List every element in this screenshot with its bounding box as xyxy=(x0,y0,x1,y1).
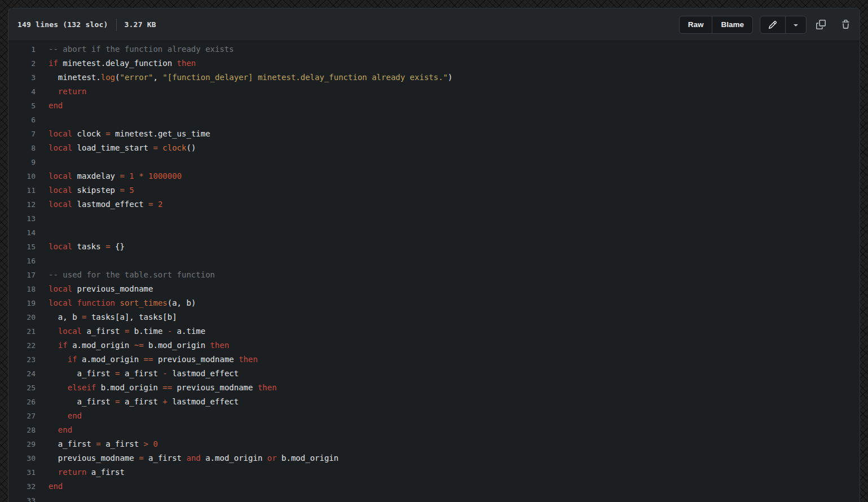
copy-icon xyxy=(816,20,826,29)
line-number[interactable]: 4 xyxy=(8,85,36,99)
code-text: a_first = a_first + lastmod_effect xyxy=(36,395,239,409)
edit-button[interactable] xyxy=(760,16,785,33)
line-number[interactable]: 15 xyxy=(8,240,36,254)
line-number[interactable]: 28 xyxy=(8,423,36,437)
line-number[interactable]: 5 xyxy=(8,99,36,113)
code-line: 1-- abort if the function already exists xyxy=(8,42,860,56)
line-number[interactable]: 20 xyxy=(8,310,36,324)
code-line: 26 a_first = a_first + lastmod_effect xyxy=(8,395,860,409)
code-line: 15local tasks = {} xyxy=(8,240,860,254)
copy-file-button[interactable] xyxy=(813,16,828,33)
line-number[interactable]: 33 xyxy=(8,494,36,502)
code-line: 29 a_first = a_first > 0 xyxy=(8,437,860,451)
line-number[interactable]: 19 xyxy=(8,296,36,310)
code-text: elseif b.mod_origin == previous_modname … xyxy=(36,381,277,395)
file-meta: 149 lines (132 sloc) 3.27 KB xyxy=(17,19,156,31)
line-number[interactable]: 9 xyxy=(8,155,36,169)
code-text: -- abort if the function already exists xyxy=(36,42,234,56)
code-text xyxy=(36,155,49,169)
code-text xyxy=(36,226,49,240)
pencil-icon xyxy=(768,20,777,29)
line-number[interactable]: 17 xyxy=(8,268,36,282)
line-number[interactable]: 23 xyxy=(8,353,36,367)
file-header: 149 lines (132 sloc) 3.27 KB Raw Blame xyxy=(8,8,860,41)
code-text: return a_first xyxy=(36,465,125,479)
line-number[interactable]: 18 xyxy=(8,282,36,296)
code-text: end xyxy=(36,479,63,494)
file-actions: Raw Blame xyxy=(679,16,853,34)
code-line: 9 xyxy=(8,155,860,169)
code-text: return xyxy=(36,85,86,99)
line-number[interactable]: 7 xyxy=(8,127,36,141)
edit-dropdown-button[interactable] xyxy=(785,16,806,33)
code-line: 6 xyxy=(8,113,860,127)
code-text: a_first = a_first > 0 xyxy=(36,437,158,451)
blame-button[interactable]: Blame xyxy=(712,16,752,33)
code-text: end xyxy=(36,409,82,423)
code-text: local previous_modname xyxy=(36,282,153,296)
line-number[interactable]: 13 xyxy=(8,212,36,226)
line-number[interactable]: 16 xyxy=(8,254,36,268)
code-line: 11local skipstep = 5 xyxy=(8,183,860,197)
file-view-panel: 149 lines (132 sloc) 3.27 KB Raw Blame xyxy=(8,8,860,502)
code-text: local lastmod_effect = 2 xyxy=(36,197,162,212)
line-number[interactable]: 31 xyxy=(8,465,36,479)
code-line: 13 xyxy=(8,212,860,226)
code-text xyxy=(36,254,49,268)
code-text: if a.mod_origin == previous_modname then xyxy=(36,353,258,367)
code-text: a, b = tasks[a], tasks[b] xyxy=(36,310,177,324)
code-line: 31 return a_first xyxy=(8,465,860,479)
raw-button[interactable]: Raw xyxy=(680,16,712,33)
line-number[interactable]: 1 xyxy=(8,42,36,56)
code-text: if minetest.delay_function then xyxy=(36,56,196,71)
line-number[interactable]: 30 xyxy=(8,451,36,465)
code-line: 32end xyxy=(8,479,860,494)
code-line: 8local load_time_start = clock() xyxy=(8,141,860,155)
line-number[interactable]: 22 xyxy=(8,338,36,353)
code-text: previous_modname = a_first and a.mod_ori… xyxy=(36,451,338,465)
code-line: 5end xyxy=(8,99,860,113)
line-number[interactable]: 29 xyxy=(8,437,36,451)
line-number[interactable]: 6 xyxy=(8,113,36,127)
code-line: 23 if a.mod_origin == previous_modname t… xyxy=(8,353,860,367)
line-number[interactable]: 24 xyxy=(8,367,36,381)
line-number[interactable]: 25 xyxy=(8,381,36,395)
code-line: 30 previous_modname = a_first and a.mod_… xyxy=(8,451,860,465)
line-number[interactable]: 8 xyxy=(8,141,36,155)
code-text xyxy=(36,212,49,226)
line-number[interactable]: 11 xyxy=(8,183,36,197)
triangle-down-icon xyxy=(791,20,800,29)
line-number[interactable]: 2 xyxy=(8,56,36,71)
line-number[interactable]: 32 xyxy=(8,479,36,494)
code-text: local maxdelay = 1 * 1000000 xyxy=(36,169,182,183)
code-line: 18local previous_modname xyxy=(8,282,860,296)
line-number[interactable]: 3 xyxy=(8,71,36,85)
code-lines: 1-- abort if the function already exists… xyxy=(8,41,860,502)
file-lines-info: 149 lines (132 sloc) xyxy=(17,20,108,29)
code-line: 21 local a_first = b.time - a.time xyxy=(8,324,860,338)
code-text xyxy=(36,494,49,502)
raw-blame-group: Raw Blame xyxy=(679,16,753,34)
code-text xyxy=(36,113,49,127)
line-number[interactable]: 10 xyxy=(8,169,36,183)
code-line: 7local clock = minetest.get_us_time xyxy=(8,127,860,141)
code-text: -- used for the table.sort function xyxy=(36,268,215,282)
code-line: 28 end xyxy=(8,423,860,437)
line-number[interactable]: 12 xyxy=(8,197,36,212)
code-line: 20 a, b = tasks[a], tasks[b] xyxy=(8,310,860,324)
code-line: 22 if a.mod_origin ~= b.mod_origin then xyxy=(8,338,860,353)
code-text: local a_first = b.time - a.time xyxy=(36,324,205,338)
delete-file-button[interactable] xyxy=(838,16,853,33)
code-text: local clock = minetest.get_us_time xyxy=(36,127,210,141)
code-text: local tasks = {} xyxy=(36,240,125,254)
code-text: end xyxy=(36,99,63,113)
code-line: 24 a_first = a_first - lastmod_effect xyxy=(8,367,860,381)
code-line: 4 return xyxy=(8,85,860,99)
line-number[interactable]: 21 xyxy=(8,324,36,338)
line-number[interactable]: 27 xyxy=(8,409,36,423)
line-number[interactable]: 26 xyxy=(8,395,36,409)
code-text: local function sort_times(a, b) xyxy=(36,296,196,310)
line-number[interactable]: 14 xyxy=(8,226,36,240)
code-text: minetest.log("error", "[function_delayer… xyxy=(36,71,453,85)
edit-button-group xyxy=(760,16,807,34)
